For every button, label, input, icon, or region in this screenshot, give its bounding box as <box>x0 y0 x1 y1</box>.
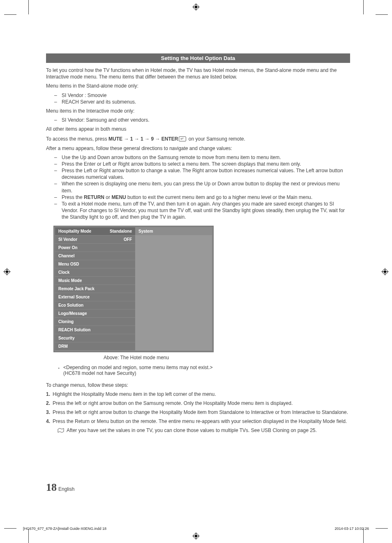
standalone-intro: Menu items in the Stand-alone mode only: <box>46 83 350 89</box>
menu-item: Eco Solution <box>55 301 135 310</box>
menu-item: Menu OSD <box>55 260 135 268</box>
interactive-intro: Menu items in the Interactive mode only: <box>46 108 350 114</box>
registration-mark-icon <box>3 268 11 275</box>
access-suffix: on your Samsung remote. <box>187 136 245 142</box>
menu-item: Music Mode <box>55 277 135 285</box>
hotel-menu-screenshot: Hospitality Mode Standalone SI Vendor OF… <box>53 226 214 352</box>
footer-timestamp: 2014-03-17 10:02:26 <box>334 527 369 531</box>
list-item: Press the Enter or Left or Right arrow b… <box>62 161 350 167</box>
menu-left-column: Hospitality Mode Standalone SI Vendor OF… <box>55 227 135 351</box>
steps-list: 1.Highlight the Hospitality Mode menu it… <box>46 391 350 425</box>
crop-mark <box>363 0 376 14</box>
step-item: 3.Press the left or right arrow button t… <box>46 409 350 416</box>
step-item: 4.Press the Return or Menu button on the… <box>46 418 350 425</box>
change-intro: To change menus, follow these steps: <box>46 382 350 388</box>
menu-si-row: SI Vendor OFF <box>55 236 135 244</box>
registration-mark-icon <box>192 3 200 11</box>
section-heading: Setting the Hotel Option Data <box>46 53 350 63</box>
page-number: 18English <box>46 481 74 494</box>
menu-item: DRM <box>55 342 135 351</box>
after-line: After a menu appears, follow these gener… <box>46 145 350 152</box>
list-item: When the screen is displaying one menu i… <box>62 180 350 194</box>
menu-item: Channel <box>55 252 135 260</box>
directions-list: Use the Up and Down arrow buttons on the… <box>62 154 350 221</box>
menu-item: Clock <box>55 268 135 277</box>
access-line: To access the menus, press MUTE → 1 → 1 … <box>46 136 350 142</box>
crop-mark <box>16 529 29 543</box>
both-line: All other items appear in both menus <box>46 126 350 132</box>
crop-mark <box>363 529 376 543</box>
intro-text: To let you control how the TV functions … <box>46 67 350 80</box>
interactive-list: SI Vendor: Samsung and other vendors. <box>62 117 350 123</box>
menu-header-row: Hospitality Mode Standalone <box>55 227 135 236</box>
note-icon <box>58 428 64 433</box>
standalone-list: SI Vendor : Smoovie REACH Server and its… <box>62 92 350 105</box>
registration-mark-icon <box>381 268 389 275</box>
menu-item: Cloning <box>55 318 135 326</box>
registration-mark-icon <box>192 532 200 540</box>
clone-note: After you have set the values in one TV,… <box>58 427 350 433</box>
menu-item: Security <box>55 334 135 342</box>
menu-right-column: System <box>135 227 212 351</box>
page-content: Setting the Hotel Option Data To let you… <box>46 53 350 433</box>
access-sequence: MUTE → 1 → 1 → 9 → ENTER <box>108 136 178 142</box>
menu-caption: Above: The Hotel mode menu <box>104 355 350 360</box>
access-prefix: To access the menus, press <box>46 136 108 142</box>
enter-icon <box>179 136 186 141</box>
step-item: 2.Press the left or right arrow button o… <box>46 400 350 407</box>
list-item: REACH Server and its submenus. <box>62 99 350 105</box>
list-item: Press the Left or Right arrow button to … <box>62 167 350 180</box>
list-item: To exit a Hotel mode menu, turn off the … <box>62 201 350 221</box>
list-item: Press the RETURN or MENU button to exit … <box>62 194 350 201</box>
crop-mark <box>16 0 29 14</box>
list-item: Use the Up and Down arrow buttons on the… <box>62 154 350 161</box>
model-note: <Depending on model and region, some men… <box>58 365 350 376</box>
menu-right-header: System <box>135 227 212 235</box>
list-item: SI Vendor : Smoovie <box>62 92 350 99</box>
menu-item: Power On <box>55 244 135 252</box>
menu-si-value: OFF <box>124 237 132 242</box>
menu-item: Logo/Message <box>55 310 135 318</box>
menu-item: REACH Solution <box>55 326 135 334</box>
menu-si-label: SI Vendor <box>58 237 77 242</box>
menu-header-label: Hospitality Mode <box>58 229 91 233</box>
list-item: SI Vendor: Samsung and other vendors. <box>62 117 350 123</box>
step-item: 1.Highlight the Hospitality Mode menu it… <box>46 391 350 397</box>
menu-item: External Source <box>55 293 135 301</box>
menu-item: Remote Jack Pack <box>55 285 135 293</box>
footer-filename: [HC670_677_678-ZA]Install Guide-X0ENG.in… <box>23 527 106 531</box>
menu-header-value: Standalone <box>110 229 132 233</box>
